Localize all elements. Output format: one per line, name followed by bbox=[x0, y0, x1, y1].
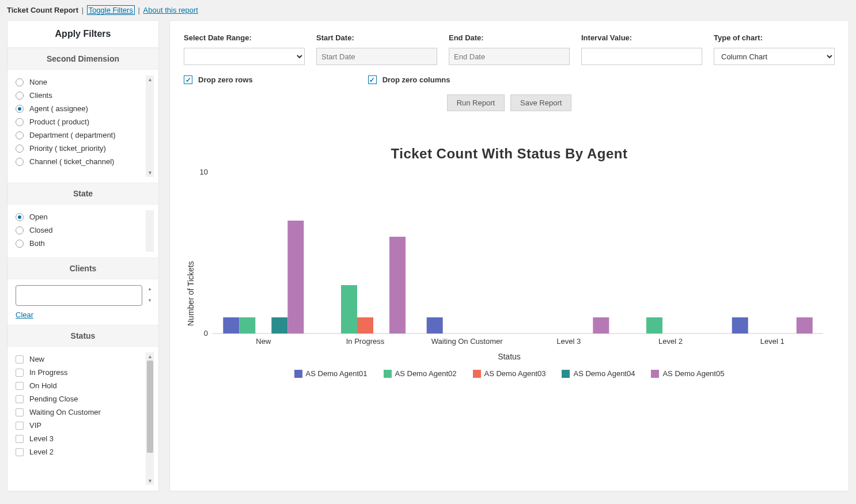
scroll-down-icon[interactable]: ▼ bbox=[146, 169, 154, 177]
x-axis-label: Status bbox=[184, 352, 835, 361]
scroll-down-icon[interactable]: ▼ bbox=[146, 477, 154, 485]
radio-option[interactable]: Open bbox=[16, 210, 143, 223]
second-dimension-header: Second Dimension bbox=[7, 48, 158, 70]
bar bbox=[287, 221, 304, 334]
legend-swatch bbox=[651, 370, 659, 378]
chart-title: Ticket Count With Status By Agent bbox=[184, 146, 835, 162]
scroll-thumb[interactable] bbox=[147, 361, 153, 453]
radio-option[interactable]: Department ( department) bbox=[16, 128, 143, 142]
spinner-up-icon[interactable]: ▲ bbox=[146, 285, 154, 293]
scrollbar[interactable]: ▲ ▼ bbox=[146, 75, 154, 177]
bar bbox=[646, 317, 662, 334]
radio-icon bbox=[16, 240, 24, 248]
radio-label: Both bbox=[29, 239, 45, 248]
checkbox-option[interactable]: Pending Close bbox=[16, 392, 143, 406]
checkbox-option[interactable]: In Progress bbox=[16, 366, 143, 379]
checkbox-label: In Progress bbox=[29, 368, 67, 377]
radio-option[interactable]: Agent ( assignee) bbox=[16, 102, 143, 115]
scroll-up-icon[interactable]: ▲ bbox=[146, 353, 154, 361]
scrollbar[interactable] bbox=[146, 210, 154, 252]
legend-swatch bbox=[473, 370, 481, 378]
check-icon: ✓ bbox=[368, 75, 377, 84]
legend-label: AS Demo Agent01 bbox=[306, 369, 368, 378]
radio-option[interactable]: Priority ( ticket_priority) bbox=[16, 142, 143, 155]
clients-select[interactable] bbox=[16, 285, 142, 306]
sidebar: Apply Filters Second Dimension NoneClien… bbox=[7, 20, 159, 491]
checkbox-option[interactable]: New bbox=[16, 353, 143, 366]
legend-item: AS Demo Agent04 bbox=[562, 369, 635, 378]
radio-option[interactable]: Clients bbox=[16, 89, 143, 102]
legend-item: AS Demo Agent05 bbox=[651, 369, 724, 378]
date-range-select[interactable] bbox=[184, 48, 305, 65]
bar bbox=[427, 317, 443, 334]
legend-item: AS Demo Agent01 bbox=[294, 369, 368, 378]
drop-zero-columns-checkbox[interactable]: ✓ Drop zero columns bbox=[368, 75, 450, 84]
apply-filters-header: Apply Filters bbox=[7, 21, 158, 48]
radio-label: Open bbox=[29, 213, 48, 221]
status-header: Status bbox=[7, 325, 158, 347]
check-icon: ✓ bbox=[184, 75, 192, 84]
checkbox-label: On Hold bbox=[29, 381, 57, 390]
spinner-down-icon[interactable]: ▼ bbox=[146, 297, 154, 305]
bar bbox=[357, 317, 373, 334]
save-report-button[interactable]: Save Report bbox=[510, 94, 571, 111]
radio-label: Product ( product) bbox=[29, 118, 89, 126]
start-date-field[interactable] bbox=[316, 48, 437, 65]
column-chart: 010NewIn ProgressWaiting On CustomerLeve… bbox=[184, 166, 829, 351]
radio-option[interactable]: Channel ( ticket_channel) bbox=[16, 155, 143, 168]
clear-clients-link[interactable]: Clear bbox=[16, 310, 33, 319]
radio-label: Department ( department) bbox=[29, 131, 116, 139]
checkbox-label: Pending Close bbox=[29, 395, 78, 403]
checkbox-option[interactable]: Level 3 bbox=[16, 432, 143, 445]
legend-label: AS Demo Agent03 bbox=[484, 369, 546, 378]
radio-icon bbox=[16, 145, 24, 153]
checkbox-option[interactable]: Level 2 bbox=[16, 445, 143, 458]
checkbox-icon bbox=[16, 395, 24, 403]
svg-text:In Progress: In Progress bbox=[346, 337, 385, 346]
svg-text:Waiting On Customer: Waiting On Customer bbox=[431, 337, 503, 346]
bar bbox=[389, 237, 406, 334]
run-report-button[interactable]: Run Report bbox=[447, 94, 505, 111]
radio-label: Channel ( ticket_channel) bbox=[29, 157, 114, 166]
legend-item: AS Demo Agent02 bbox=[384, 369, 457, 378]
main-panel: Select Date Range: Start Date: End Date:… bbox=[169, 20, 849, 491]
checkbox-option[interactable]: On Hold bbox=[16, 379, 143, 392]
radio-icon bbox=[16, 226, 24, 234]
radio-label: Clients bbox=[29, 91, 52, 100]
checkbox-icon bbox=[16, 355, 24, 363]
radio-option[interactable]: Product ( product) bbox=[16, 115, 143, 128]
drop-zero-rows-checkbox[interactable]: ✓ Drop zero rows bbox=[184, 75, 253, 84]
radio-option[interactable]: None bbox=[16, 75, 143, 89]
interval-field[interactable] bbox=[581, 48, 702, 65]
toggle-filters-link[interactable]: Toggle Filters bbox=[87, 5, 135, 15]
radio-option[interactable]: Closed bbox=[16, 223, 143, 237]
radio-label: Priority ( ticket_priority) bbox=[29, 144, 106, 153]
bar bbox=[593, 317, 609, 334]
state-header: State bbox=[7, 183, 158, 204]
clients-header: Clients bbox=[7, 257, 158, 279]
bar bbox=[732, 317, 748, 334]
checkbox-icon bbox=[16, 422, 24, 430]
scroll-up-icon[interactable]: ▲ bbox=[146, 75, 154, 84]
checkbox-icon bbox=[16, 382, 24, 390]
checkbox-option[interactable]: Waiting On Customer bbox=[16, 406, 143, 419]
radio-icon bbox=[16, 213, 24, 221]
date-range-label: Select Date Range: bbox=[184, 33, 305, 42]
y-axis-label: Number of Tickets bbox=[186, 261, 195, 326]
chart-type-select[interactable]: Column Chart bbox=[714, 48, 835, 65]
bar bbox=[239, 317, 255, 334]
interval-label: Interval Value: bbox=[581, 33, 702, 42]
end-date-field[interactable] bbox=[449, 48, 570, 65]
checkbox-option[interactable]: VIP bbox=[16, 419, 143, 432]
svg-text:Level 2: Level 2 bbox=[658, 337, 683, 346]
radio-option[interactable]: Both bbox=[16, 237, 143, 250]
checkbox-icon bbox=[16, 408, 24, 416]
start-date-label: Start Date: bbox=[316, 33, 437, 42]
radio-label: None bbox=[29, 78, 47, 86]
radio-icon bbox=[16, 158, 24, 166]
radio-label: Agent ( assignee) bbox=[29, 104, 88, 113]
legend-item: AS Demo Agent03 bbox=[473, 369, 546, 378]
scrollbar[interactable]: ▲ ▼ bbox=[146, 353, 154, 485]
about-report-link[interactable]: About this report bbox=[143, 6, 198, 14]
svg-text:0: 0 bbox=[204, 329, 208, 338]
